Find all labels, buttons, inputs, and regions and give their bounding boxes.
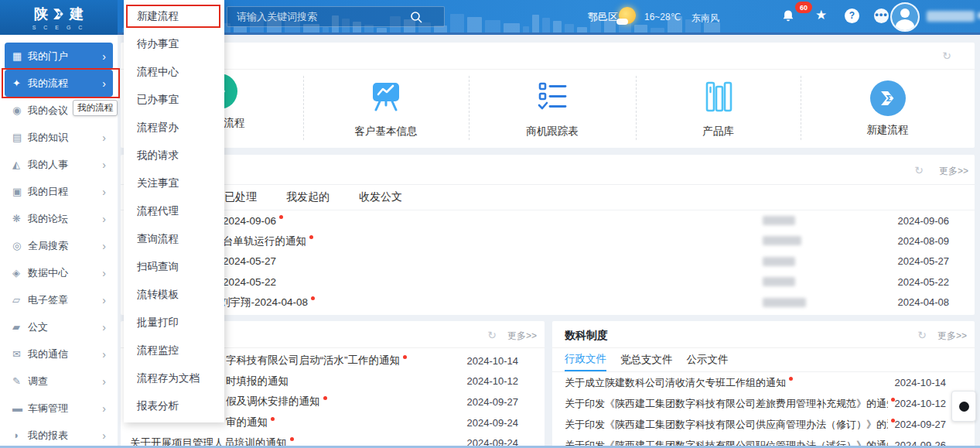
notification-bell-icon[interactable] — [781, 9, 795, 26]
quicklink-product-library[interactable]: 产品库 — [636, 70, 801, 148]
menu-item[interactable]: 查询流程 — [124, 225, 224, 253]
forum-icon: ❋ — [12, 213, 28, 224]
chevron-right-icon: › — [102, 132, 106, 144]
sidebar-item[interactable]: ◈ 数据中心 › — [5, 259, 113, 286]
sidebar-item[interactable]: ✉ 我的通信 › — [5, 340, 113, 368]
sidebar-item[interactable]: ▱ 电子签章 › — [5, 286, 113, 313]
sidebar-item-label: 车辆管理 — [28, 402, 102, 416]
menu-item[interactable]: 流程代理 — [124, 197, 224, 225]
sidebar-item[interactable]: ◭ 我的人事 › — [5, 151, 113, 178]
menu-item[interactable]: 流转模板 — [124, 281, 224, 309]
data-center-icon: ◈ — [12, 267, 28, 279]
chevron-right-icon: › — [102, 50, 106, 63]
menu-item[interactable]: 待办事宜 — [124, 30, 224, 58]
author-blurred — [763, 257, 795, 266]
sidebar-tooltip: 我的流程 — [73, 100, 118, 116]
refresh-icon[interactable]: ↻ — [917, 329, 927, 341]
more-link[interactable]: 更多>> — [937, 330, 967, 343]
menu-item[interactable]: 关注事宜 — [124, 169, 224, 197]
menu-item[interactable]: 已办事宜 — [124, 86, 224, 114]
author-blurred — [763, 298, 806, 307]
menu-item[interactable]: 报表分析 — [124, 392, 224, 420]
menu-item-label: 流程存为文档 — [137, 371, 200, 385]
quick-links-header: ↻ — [121, 43, 975, 70]
sidebar-item-label: 我的报表 — [28, 429, 102, 443]
sidebar-item[interactable]: ▰ 公文 › — [5, 313, 113, 340]
author-blurred — [763, 216, 795, 225]
more-link[interactable]: 更多>> — [507, 330, 537, 343]
global-search-box[interactable] — [227, 6, 445, 27]
sidebar-item[interactable]: ▣ 我的日程 › — [5, 178, 113, 205]
sidebar-item[interactable]: ▬ 车辆管理 › — [5, 395, 113, 422]
search-input[interactable] — [235, 10, 436, 23]
logo-text-right: 建 — [70, 5, 84, 23]
flow-dropdown-menu: 新建流程 待办事宜 流程中心 已办事宜 流程督办 我的请求 关注事宜 流程代理 … — [124, 0, 224, 422]
weather-temperature: 16~28℃ — [644, 12, 681, 22]
list-item[interactable]: 刘宇翔-2024-04-08 2024-04-08 — [121, 292, 975, 313]
quicklink-label: 客户基本信息 — [355, 125, 418, 139]
tab[interactable]: 公示文件 — [687, 348, 729, 371]
more-options-icon[interactable]: ••• — [874, 9, 889, 23]
sidebar-item[interactable]: ▦ 我的门户 › — [5, 43, 113, 70]
sidebar-item[interactable]: ◎ 全局搜索 › — [5, 232, 113, 259]
tab[interactable]: 收发公文 — [359, 190, 402, 204]
item-date: 2024-10-12 — [467, 375, 519, 387]
quicklink-customer-info[interactable]: 客户基本信息 — [303, 70, 469, 148]
menu-item[interactable]: 流程督办 — [124, 114, 224, 142]
menu-item[interactable]: 流程存为文档 — [124, 364, 224, 392]
list-item[interactable]: 2024-05-27 2024-05-27 — [121, 251, 975, 272]
item-title: 2024-05-22 — [223, 276, 276, 288]
item-date: 2024-09-27 — [895, 419, 947, 430]
item-title: 时填报的通知 — [226, 374, 289, 388]
menu-item[interactable]: 批量打印 — [124, 309, 224, 337]
refresh-icon[interactable]: ↻ — [914, 164, 924, 176]
item-title: 关于印发《陕西建工集团数字科技有限公司供应商管理办法（修订）》的通... — [565, 418, 888, 432]
sidebar-item[interactable]: ❋ 我的论坛 › — [5, 205, 113, 232]
menu-item[interactable]: 流程中心 — [124, 58, 224, 86]
tab[interactable]: 已处理 — [224, 190, 257, 204]
unread-dot-icon — [290, 437, 294, 441]
avatar[interactable] — [890, 2, 920, 32]
menu-item-label: 待办事宜 — [137, 37, 179, 51]
global-search-icon: ◎ — [12, 240, 28, 251]
company-logo[interactable]: 陕 建 S C E G C — [0, 0, 118, 35]
refresh-icon[interactable]: ↻ — [942, 50, 951, 62]
tab[interactable]: 我发起的 — [286, 190, 330, 204]
quicklink-new-flow[interactable]: 新建流程 — [801, 70, 975, 148]
chevron-right-icon: › — [102, 348, 106, 361]
floating-chat-button[interactable] — [951, 391, 976, 422]
item-date: 2024-09-06 — [898, 215, 950, 227]
sidebar-item[interactable]: ▤ 我的知识 › — [5, 124, 113, 151]
sidebar-item-label: 全局搜索 — [28, 239, 102, 253]
list-item[interactable]: 2024-05-22 2024-05-22 — [121, 272, 975, 292]
item-date: 2024-05-27 — [898, 255, 950, 267]
scegc-logo-mark-icon — [51, 6, 67, 22]
quicklink-label: 新建流程 — [867, 123, 909, 137]
tab[interactable]: 行政文件 — [565, 348, 606, 371]
menu-item[interactable]: 流程监控 — [124, 337, 224, 364]
unread-dot-icon — [309, 235, 313, 239]
refresh-icon[interactable]: ↻ — [487, 329, 497, 341]
list-item[interactable]: 2024-09-06 2024-09-06 — [121, 210, 975, 231]
search-icon[interactable] — [410, 11, 422, 26]
sidebar-item-label: 我的通信 — [28, 347, 102, 361]
sidebar-item-label: 我的门户 — [28, 50, 102, 63]
menu-item[interactable]: 扫码查询 — [124, 253, 224, 281]
list-item[interactable]: 关于印发《陕西建工集团数字科技有限公司差旅费用管理补充规范》的通知 2024-1… — [552, 393, 975, 414]
favorite-star-icon[interactable]: ★ — [815, 7, 827, 23]
help-icon[interactable]: ? — [845, 9, 859, 23]
quick-links-row: OA流程 客户基本信息 — [121, 70, 975, 148]
quicklink-opportunity-list[interactable]: 商机跟踪表 — [469, 70, 636, 148]
sidebar-item[interactable]: ◑ 我的报表 › — [5, 422, 113, 448]
unread-dot-icon — [271, 417, 275, 421]
list-item[interactable]: 关于印发《陕西建工集团数字科技有限公司供应商管理办法（修订）》的通... 202… — [552, 414, 975, 435]
sidebar-item[interactable]: ✎ 调查 › — [5, 368, 113, 395]
more-link[interactable]: 更多>> — [939, 165, 968, 178]
list-item[interactable]: 台单轨运行的通知 2024-08-09 — [121, 231, 975, 251]
annotation-box-new-flow — [126, 5, 220, 28]
list-item[interactable]: 关于成立陕建数科公司清收清欠专班工作组的通知 2024-10-14 — [552, 372, 975, 393]
chevron-right-icon: › — [102, 321, 106, 333]
product-library-icon — [701, 79, 736, 118]
menu-item[interactable]: 我的请求 — [124, 142, 224, 169]
tab[interactable]: 党总支文件 — [620, 348, 673, 371]
